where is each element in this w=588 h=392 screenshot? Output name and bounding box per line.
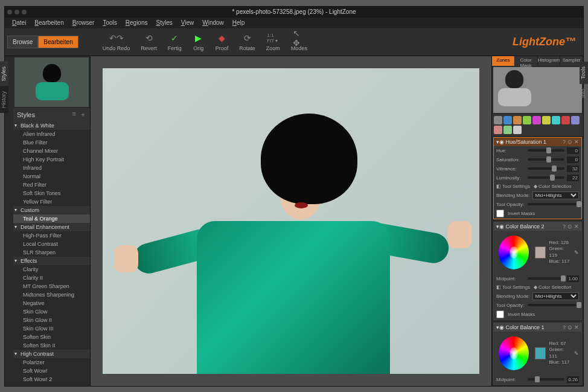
styles-menu-icon[interactable]: ≡ [72,110,76,119]
color-selection-link[interactable]: ◆ Color Selection [534,284,571,290]
color-selection-link[interactable]: ◆ Color Selection [534,184,571,189]
style-category[interactable]: Detail Enhancement [13,223,90,231]
tool-picker-icon[interactable] [494,116,502,124]
enable-icon[interactable]: ⊙ [567,139,572,145]
tools-side-tab[interactable]: Tools [580,62,583,84]
edit-mode-button[interactable]: Bearbeiten [38,36,78,48]
style-item[interactable]: SLR Sharpen [13,248,90,257]
panel-toggle-icon[interactable]: ▾ [496,324,499,330]
style-item[interactable]: Local Contrast [13,240,90,248]
blend-mode-select[interactable]: Mid+Hilights [532,292,579,300]
info-side-tab[interactable]: Info [580,84,583,103]
image-canvas[interactable] [103,68,479,374]
style-item[interactable]: Yellow Filter [13,198,90,206]
invert-masks-checkbox[interactable] [496,310,504,318]
styles-add-icon[interactable]: ＋ [80,110,86,119]
style-item[interactable]: Clarity [13,265,90,274]
eyedropper-icon[interactable]: ✎ [574,350,579,356]
color-wheel[interactable] [499,236,529,269]
tool-picker-icon[interactable] [513,116,522,124]
style-item[interactable]: Soften Skin II [13,341,90,350]
tool-picker-icon[interactable] [552,116,560,124]
style-category[interactable]: Custom [13,206,90,214]
menu-help[interactable]: Help [229,18,249,27]
style-item[interactable]: Polarizer [13,358,90,367]
enable-icon[interactable]: ⊙ [567,324,572,330]
help-icon[interactable]: ? [563,223,566,230]
tool-picker-icon[interactable] [542,116,551,124]
tool-picker-icon[interactable] [513,126,522,134]
preview-thumbnail[interactable] [14,57,89,107]
style-item[interactable]: Soft Wow! [13,367,90,375]
tool-picker-icon[interactable] [523,116,531,124]
style-category[interactable]: High Contrast [13,350,90,358]
styles-list[interactable]: Black & WhiteAlien InfraredBlue FilterCh… [13,121,90,386]
rotate-button[interactable]: ⟳Rotate [239,32,255,51]
window-controls[interactable] [7,10,27,14]
menu-bearbeiten[interactable]: Bearbeiten [31,18,67,27]
panel-toggle-icon[interactable]: ▾ [496,223,499,230]
style-item[interactable]: Midtones Sharpening [13,291,90,299]
close-icon[interactable]: ✕ [574,223,579,230]
style-item[interactable]: Soften Skin [13,333,90,341]
style-item[interactable]: Skin Glow II [13,316,90,324]
menu-tools[interactable]: Tools [99,18,120,27]
style-item[interactable]: Skin Glow III [13,324,90,333]
invert-masks-checkbox[interactable] [496,210,504,217]
menu-regions[interactable]: Regions [122,18,152,27]
tool-picker-icon[interactable] [503,126,512,134]
menu-datei[interactable]: Datei [8,18,30,27]
zone-tab-zones[interactable]: Zones [492,56,515,66]
slider[interactable] [528,149,564,152]
history-side-tab[interactable]: History [5,86,8,113]
style-category[interactable]: Black & White [13,121,90,130]
tool-picker-icon[interactable] [561,116,570,124]
tool-settings-link[interactable]: ◧ Tool Settings [496,284,530,290]
slider[interactable] [528,158,564,161]
opacity-slider[interactable] [528,304,579,306]
eyedropper-icon[interactable]: ✎ [574,249,579,255]
style-item[interactable]: Teal & Orange [13,214,90,223]
undo-redo-button[interactable]: ↶↷Undo Redo [103,32,130,51]
style-item[interactable]: High-Pass Filter [13,231,90,240]
style-item[interactable]: Soft Skin Tones [13,189,90,198]
help-icon[interactable]: ? [563,139,566,145]
close-icon[interactable]: ✕ [574,324,579,330]
opacity-slider[interactable] [528,203,579,205]
browse-mode-button[interactable]: Browse [7,36,38,48]
blend-mode-select[interactable]: Mid+Hilights [532,191,579,199]
style-category[interactable]: Effects [13,257,90,265]
style-item[interactable]: Negative [13,299,90,307]
style-item[interactable]: Soft Wow! 2 [13,375,90,384]
zones-preview[interactable] [493,67,582,113]
tool-picker-icon[interactable] [503,116,512,124]
style-item[interactable]: Tone Mapper [13,384,90,386]
help-icon[interactable]: ? [563,324,566,330]
style-item[interactable]: High Key Portrait [13,155,90,164]
style-item[interactable]: MT Green Sharpen [13,282,90,291]
color-swatch[interactable] [535,347,546,359]
tool-picker-icon[interactable] [571,116,580,124]
menu-window[interactable]: Window [199,18,228,27]
revert-button[interactable]: ⟲Revert [141,32,157,51]
close-icon[interactable]: ✕ [574,139,579,145]
style-item[interactable]: Blue Filter [13,138,90,147]
style-item[interactable]: Normal [13,172,90,181]
orig-button[interactable]: ▶Orig [193,32,205,51]
color-wheel[interactable] [499,336,529,370]
style-item[interactable]: Alien Infrared [13,130,90,138]
menu-view[interactable]: View [177,18,198,27]
styles-side-tab[interactable]: Styles [5,62,8,86]
style-item[interactable]: Infrared [13,164,90,172]
zoom-button[interactable]: 1:1 FIT ▾Zoom [266,32,280,51]
modes-button[interactable]: ↖ ✥Modes [291,32,307,51]
zone-tab-histogram[interactable]: Histogram [538,56,561,66]
midpoint-slider[interactable] [528,277,564,280]
slider[interactable] [528,167,564,170]
zone-tab-color mask[interactable]: Color Mask [515,56,538,66]
style-item[interactable]: Skin Glow [13,307,90,316]
style-item[interactable]: Clarity II [13,274,90,282]
tool-settings-link[interactable]: ◧ Tool Settings [496,184,530,189]
proof-button[interactable]: ◆Proof [216,32,229,51]
style-item[interactable]: Channel Mixer [13,147,90,155]
